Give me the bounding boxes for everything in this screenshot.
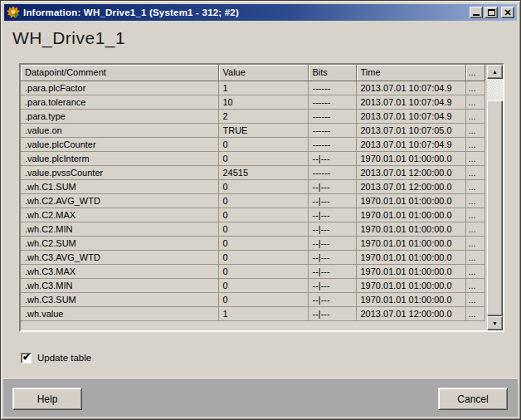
time-cell: 1970.01.01 01:00:00.0 — [356, 222, 465, 236]
value-cell: 0 — [218, 208, 308, 222]
table-row[interactable]: .value.plcInterm 0 --|--- 1970.01.01 01:… — [21, 151, 484, 165]
value-cell: 0 — [218, 179, 308, 193]
time-cell: 1970.01.01 01:00:00.0 — [356, 292, 465, 306]
bits-cell: ------ — [308, 81, 356, 95]
value-cell: 1 — [218, 81, 308, 95]
datapoint-cell: .wh.C2.AVG_WTD — [21, 193, 218, 208]
title-bar[interactable]: Information: WH_Drive1_1 (System1 - 312;… — [4, 4, 517, 21]
close-icon: ✕ — [504, 8, 511, 17]
value-cell: 1 — [218, 306, 308, 320]
datapoint-cell: .value.plcCounter — [21, 137, 218, 151]
table-row[interactable]: .para.type 2 ------ 2013.07.01 10:07:04.… — [21, 109, 484, 123]
more-cell: ... — [465, 165, 484, 179]
column-header-bits[interactable]: Bits — [308, 65, 356, 81]
table-row[interactable]: .wh.C3.MAX 0 --|--- 1970.01.01 01:00:00.… — [21, 264, 484, 278]
more-cell: ... — [465, 236, 484, 250]
scroll-up-button[interactable]: ▲ — [487, 65, 503, 79]
table-header-row: Datapoint/Comment Value Bits Time ... — [21, 65, 484, 81]
checkbox-label: Update table — [37, 353, 91, 363]
table-row[interactable]: .wh.C3.SUM 0 --|--- 1970.01.01 01:00:00.… — [21, 292, 484, 306]
column-header-datapoint[interactable]: Datapoint/Comment — [21, 65, 218, 81]
time-cell: 1970.01.01 01:00:00.0 — [356, 193, 465, 208]
button-bar: Help Cancel — [3, 379, 518, 417]
scroll-up-icon: ▲ — [492, 69, 498, 75]
column-header-time[interactable]: Time — [356, 65, 465, 81]
datapoint-cell: .para.plcFactor — [21, 81, 218, 95]
table-row[interactable]: .wh.C2.MIN 0 --|--- 1970.01.01 01:00:00.… — [21, 222, 484, 236]
column-header-more[interactable]: ... — [465, 65, 484, 81]
time-cell: 2013.07.01 10:07:04.9 — [356, 81, 465, 95]
datapoint-cell: .wh.C2.MIN — [21, 222, 218, 236]
column-header-value[interactable]: Value — [218, 65, 308, 81]
update-table-option[interactable]: ✔ Update table — [21, 351, 91, 364]
minimize-icon — [473, 14, 480, 16]
value-cell: 0 — [218, 193, 308, 208]
datapoint-cell: .wh.C2.MAX — [21, 208, 218, 222]
more-cell: ... — [465, 109, 484, 123]
time-cell: 2013.07.01 12:00:00.0 — [356, 165, 465, 179]
table-row[interactable]: .value.pvssCounter 24515 ------ 2013.07.… — [21, 165, 484, 179]
value-cell: 0 — [218, 292, 308, 306]
help-button[interactable]: Help — [12, 388, 82, 410]
time-cell: 1970.01.01 01:00:00.0 — [356, 250, 465, 264]
more-cell: ... — [465, 81, 484, 95]
table-row[interactable]: .wh.C2.AVG_WTD 0 --|--- 1970.01.01 01:00… — [21, 193, 484, 208]
table-grid: Datapoint/Comment Value Bits Time ... .p… — [21, 65, 485, 321]
more-cell: ... — [465, 123, 484, 137]
close-button[interactable]: ✕ — [501, 7, 514, 18]
bits-cell: --|--- — [308, 236, 356, 250]
datapoint-cell: .wh.C3.MIN — [21, 278, 218, 292]
value-cell: 10 — [218, 95, 308, 109]
more-cell: ... — [465, 306, 484, 320]
datapoint-cell: .wh.C3.MAX — [21, 264, 218, 278]
datapoint-cell: .value.plcInterm — [21, 151, 218, 165]
scroll-down-icon: ▼ — [492, 320, 498, 326]
maximize-button[interactable] — [484, 7, 498, 18]
table-row[interactable]: .wh.C3.AVG_WTD 0 --|--- 1970.01.01 01:00… — [21, 250, 484, 264]
more-cell: ... — [465, 95, 484, 109]
value-cell: 0 — [218, 236, 308, 250]
table-row[interactable]: .para.plcFactor 1 ------ 2013.07.01 10:0… — [21, 81, 484, 95]
time-cell: 1970.01.01 01:00:00.0 — [356, 264, 465, 278]
value-cell: 2 — [218, 109, 308, 123]
bits-cell: --|--- — [308, 278, 356, 292]
time-cell: 1970.01.01 01:00:00.0 — [356, 278, 465, 292]
value-cell: 0 — [218, 222, 308, 236]
datapoint-cell: .wh.C2.SUM — [21, 236, 218, 250]
table-row[interactable]: .para.tolerance 10 ------ 2013.07.01 10:… — [21, 95, 484, 109]
value-cell: TRUE — [218, 123, 308, 137]
page-title: WH_Drive1_1 — [12, 28, 125, 48]
table-row[interactable]: .wh.C2.SUM 0 --|--- 1970.01.01 01:00:00.… — [21, 236, 484, 250]
time-cell: 1970.01.01 01:00:00.0 — [356, 208, 465, 222]
more-cell: ... — [465, 250, 484, 264]
scroll-down-button[interactable]: ▼ — [487, 316, 503, 330]
time-cell: 1970.01.01 01:00:00.0 — [356, 151, 465, 165]
cancel-button[interactable]: Cancel — [438, 388, 508, 410]
datapoint-cell: .para.type — [21, 109, 218, 123]
scrollbar-thumb[interactable] — [487, 100, 503, 316]
table-row[interactable]: .value.plcCounter 0 ------ 2013.07.01 10… — [21, 137, 484, 151]
datapoint-cell: .value.on — [21, 123, 218, 137]
table-row[interactable]: .wh.C2.MAX 0 --|--- 1970.01.01 01:00:00.… — [21, 208, 484, 222]
bits-cell: ------ — [308, 137, 356, 151]
bits-cell: --|--- — [308, 250, 356, 264]
vertical-scrollbar[interactable]: ▲ ▼ — [487, 65, 503, 330]
minimize-button[interactable] — [470, 7, 483, 18]
table-row[interactable]: .wh.C3.MIN 0 --|--- 1970.01.01 01:00:00.… — [21, 278, 484, 292]
bits-cell: --|--- — [308, 179, 356, 193]
table-row[interactable]: .wh.C1.SUM 0 --|--- 2013.07.01 12:00:00.… — [21, 179, 484, 193]
time-cell: 2013.07.01 10:07:04.9 — [356, 137, 465, 151]
table-row[interactable]: .wh.value 1 --|--- 2013.07.01 12:00:00.0… — [21, 306, 484, 320]
datapoint-cell: .value.pvssCounter — [21, 165, 218, 179]
time-cell: 2013.07.01 12:00:00.0 — [356, 179, 465, 193]
bits-cell: ------ — [308, 95, 356, 109]
value-cell: 0 — [218, 264, 308, 278]
checkmark-icon: ✔ — [22, 353, 31, 361]
more-cell: ... — [465, 292, 484, 306]
datapoint-table: Datapoint/Comment Value Bits Time ... .p… — [19, 63, 504, 332]
table-row[interactable]: .value.on TRUE ------ 2013.07.01 10:07:0… — [21, 123, 484, 137]
update-table-checkbox[interactable]: ✔ — [21, 353, 32, 364]
value-cell: 24515 — [218, 165, 308, 179]
more-cell: ... — [465, 151, 484, 165]
datapoint-cell: .wh.C3.AVG_WTD — [21, 250, 218, 264]
